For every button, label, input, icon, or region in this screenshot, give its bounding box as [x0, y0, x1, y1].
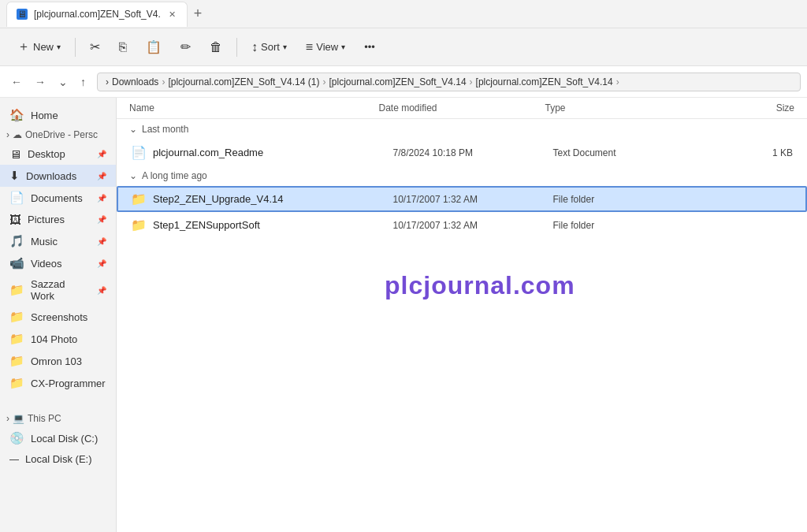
delete-button[interactable]: 🗑: [202, 35, 230, 59]
sidebar-label-thispc: This PC: [28, 413, 61, 424]
videos-pin-icon: 📌: [97, 259, 106, 268]
sidebar-item-omron103[interactable]: 📁 Omron 103: [0, 350, 116, 372]
tab-close-button[interactable]: ✕: [167, 8, 177, 21]
documents-icon: 📄: [9, 191, 24, 205]
nav-bar: ← → ⌄ ↑ › Downloads › [plcjournal.com]ZE…: [0, 66, 807, 98]
col-header-size[interactable]: Size: [712, 102, 795, 113]
downloads-pin-icon: 📌: [97, 172, 106, 180]
sidebar-item-downloads[interactable]: ⬇ Downloads 📌: [0, 165, 116, 187]
breadcrumb-sep-4: ›: [616, 76, 619, 87]
file-row-step1[interactable]: 📁 Step1_ZENSupportSoft 10/17/2007 1:32 A…: [117, 212, 807, 238]
group-chevron-longtime: ⌄: [129, 170, 137, 181]
thispc-icon: 💻: [13, 413, 24, 424]
sort-button[interactable]: ↕ Sort ▾: [244, 35, 295, 59]
paste-icon: 📋: [146, 39, 162, 54]
new-button[interactable]: ＋ New ▾: [9, 34, 69, 60]
toolbar-separator-1: [75, 38, 76, 57]
desktop-pin-icon: 📌: [97, 150, 106, 158]
sidebar-item-cdrive[interactable]: 💿 Local Disk (C:): [0, 427, 116, 449]
sidebar-label-cxprogrammer: CX-Programmer: [31, 378, 106, 389]
sidebar-item-screenshots[interactable]: 📁 Screenshots: [0, 306, 116, 328]
sidebar-label-music: Music: [31, 236, 58, 247]
breadcrumb-zen2[interactable]: [plcjournal.com]ZEN_Soft_V4.14: [329, 76, 466, 87]
sidebar-label-documents: Documents: [31, 192, 83, 204]
expand-icon: ›: [6, 129, 9, 140]
sort-icon: ↕: [251, 40, 258, 54]
col-header-date[interactable]: Date modified: [379, 102, 545, 113]
rename-button[interactable]: ✏: [173, 35, 199, 59]
sidebar-label-desktop: Desktop: [28, 148, 65, 160]
sidebar: 🏠 Home › ☁ OneDrive - Persc 🖥 Desktop 📌 …: [0, 98, 117, 532]
pictures-pin-icon: 📌: [97, 215, 106, 224]
breadcrumb-downloads[interactable]: Downloads: [112, 76, 158, 87]
copy-button[interactable]: ⎘: [111, 35, 135, 59]
view-icon: ≡: [306, 40, 313, 54]
breadcrumb-sep-1: ›: [162, 76, 165, 87]
videos-icon: 📹: [9, 256, 24, 270]
readme-file-icon: 📄: [131, 145, 147, 160]
group-label-longtime[interactable]: ⌄ A long time ago: [117, 166, 807, 186]
readme-date: 7/8/2024 10:18 PM: [393, 147, 553, 158]
sidebar-label-104photo: 104 Photo: [31, 333, 77, 345]
sidebar-label-onedrive: OneDrive - Persc: [25, 129, 98, 140]
sidebar-item-sazzadwork[interactable]: 📁 Sazzad Work 📌: [0, 274, 116, 306]
file-row-readme[interactable]: 📄 plcjournal.com_Readme 7/8/2024 10:18 P…: [117, 140, 807, 166]
step1-folder-icon: 📁: [131, 218, 147, 233]
sidebar-item-edrive[interactable]: — Local Disk (E:): [0, 449, 116, 469]
104photo-icon: 📁: [9, 332, 24, 346]
cut-icon: ✂: [90, 39, 100, 54]
sort-chevron-icon: ▾: [283, 43, 287, 51]
sort-label: Sort: [261, 41, 280, 53]
readme-type: Text Document: [553, 147, 713, 158]
sidebar-item-music[interactable]: 🎵 Music 📌: [0, 230, 116, 252]
more-button[interactable]: •••: [356, 36, 383, 58]
file-row-step2[interactable]: 📁 Step2_ZEN_Upgrade_V4.14 10/17/2007 1:3…: [117, 186, 807, 212]
pictures-icon: 🖼: [9, 213, 21, 226]
sidebar-thispc-header[interactable]: › 💻 This PC: [0, 410, 116, 427]
sidebar-label-screenshots: Screenshots: [31, 311, 87, 323]
col-header-name[interactable]: Name: [129, 102, 379, 113]
onedrive-icon: ☁: [13, 129, 22, 140]
breadcrumb-sep-3: ›: [470, 76, 473, 87]
view-chevron-icon: ▾: [341, 43, 345, 51]
sidebar-item-documents[interactable]: 📄 Documents 📌: [0, 187, 116, 209]
cut-button[interactable]: ✂: [82, 35, 108, 59]
step2-filename: Step2_ZEN_Upgrade_V4.14: [153, 193, 393, 205]
paste-button[interactable]: 📋: [138, 35, 169, 59]
breadcrumb-zen3[interactable]: [plcjournal.com]ZEN_Soft_V4.14: [476, 76, 613, 87]
sidebar-item-104photo[interactable]: 📁 104 Photo: [0, 328, 116, 350]
sidebar-item-pictures[interactable]: 🖼 Pictures 📌: [0, 209, 116, 230]
sidebar-group-onedrive[interactable]: › ☁ OneDrive - Persc: [0, 126, 116, 143]
view-button[interactable]: ≡ View ▾: [298, 35, 353, 59]
breadcrumb-sep-2: ›: [322, 76, 325, 87]
col-header-type[interactable]: Type: [545, 102, 712, 113]
up-button[interactable]: ↑: [76, 73, 91, 91]
forward-button[interactable]: →: [30, 73, 50, 91]
step2-folder-icon: 📁: [131, 192, 147, 206]
step1-filename: Step1_ZENSupportSoft: [153, 219, 393, 231]
group-title-longtime: A long time ago: [142, 170, 207, 181]
tab-bar: 🖥 [plcjournal.com]ZEN_Soft_V4. ✕ +: [6, 0, 208, 28]
sidebar-item-cxprogrammer[interactable]: 📁 CX-Programmer: [0, 372, 116, 394]
breadcrumb-arrow: ›: [106, 76, 109, 87]
omron103-icon: 📁: [9, 354, 24, 368]
sidebar-item-home[interactable]: 🏠 Home: [0, 104, 116, 126]
breadcrumb-zen1[interactable]: [plcjournal.com]ZEN_Soft_V4.14 (1): [168, 76, 319, 87]
recent-button[interactable]: ⌄: [54, 73, 73, 91]
active-tab[interactable]: 🖥 [plcjournal.com]ZEN_Soft_V4. ✕: [6, 2, 188, 27]
group-label-lastmonth[interactable]: ⌄ Last month: [117, 119, 807, 140]
cxprogrammer-icon: 📁: [9, 376, 24, 390]
group-chevron-lastmonth: ⌄: [129, 124, 137, 135]
cdrive-icon: 💿: [9, 431, 24, 445]
documents-pin-icon: 📌: [97, 194, 106, 203]
watermark: plcjournal.com: [385, 271, 575, 300]
sidebar-item-desktop[interactable]: 🖥 Desktop 📌: [0, 143, 116, 165]
new-tab-button[interactable]: +: [188, 6, 209, 22]
downloads-icon: ⬇: [9, 169, 20, 183]
breadcrumb[interactable]: › Downloads › [plcjournal.com]ZEN_Soft_V…: [97, 73, 801, 91]
desktop-icon: 🖥: [9, 147, 21, 161]
main-layout: 🏠 Home › ☁ OneDrive - Persc 🖥 Desktop 📌 …: [0, 98, 807, 532]
sazzadwork-pin-icon: 📌: [97, 286, 106, 295]
sidebar-item-videos[interactable]: 📹 Videos 📌: [0, 252, 116, 274]
back-button[interactable]: ←: [6, 73, 27, 91]
